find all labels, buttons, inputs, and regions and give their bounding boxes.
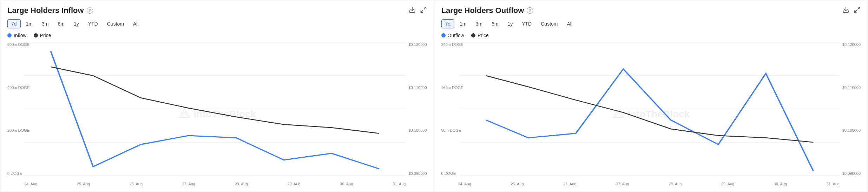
time-buttons-inflow: 7d 1m 3m 6m 1y YTD Custom All xyxy=(7,19,427,28)
panel-header-outflow: Large Holders Outflow ? xyxy=(441,6,861,15)
y-label-r-outflow-1: $0.110000 xyxy=(842,85,861,90)
inflow-panel: Large Holders Inflow ? 7d xyxy=(0,0,434,192)
help-icon-outflow[interactable]: ? xyxy=(527,7,533,14)
svg-line-1 xyxy=(424,7,426,9)
chart-area-outflow: 240m DOGE 160m DOGE 80m DOGE 0 DOGE $0.1… xyxy=(441,42,861,186)
svg-line-11 xyxy=(858,7,860,9)
x-label-outflow-5: 29. Aug xyxy=(721,182,734,186)
y-axis-right-inflow: $0.120000 $0.110000 $0.100000 $0.090000 xyxy=(407,42,427,176)
x-label-inflow-2: 26. Aug xyxy=(130,182,143,186)
time-btn-ytd-outflow[interactable]: YTD xyxy=(518,19,535,28)
legend-item-outflow: Outflow xyxy=(441,33,464,38)
panel-actions-outflow xyxy=(842,6,861,15)
y-label-r-outflow-3: $0.090000 xyxy=(842,171,861,176)
y-label-r-outflow-2: $0.100000 xyxy=(842,128,861,132)
outflow-title-text: Large Holders Outflow xyxy=(441,6,524,15)
legend-dot-price-outflow xyxy=(471,33,475,37)
x-label-inflow-7: 31. Aug xyxy=(393,182,406,186)
time-btn-6m-inflow[interactable]: 6m xyxy=(54,19,68,28)
y-label-r-outflow-0: $0.120000 xyxy=(842,42,861,47)
legend-item-price-inflow: Price xyxy=(34,33,51,38)
expand-icon-inflow[interactable] xyxy=(420,6,427,15)
time-btn-7d-inflow[interactable]: 7d xyxy=(7,19,21,28)
x-label-outflow-6: 30. Aug xyxy=(774,182,787,186)
inflow-title-text: Large Holders Inflow xyxy=(7,6,84,15)
y-label-r-inflow-1: $0.110000 xyxy=(409,85,427,90)
time-btn-3m-outflow[interactable]: 3m xyxy=(472,19,486,28)
x-label-inflow-0: 24. Aug xyxy=(24,182,37,186)
legend-label-price-outflow: Price xyxy=(478,33,489,38)
x-label-outflow-7: 31. Aug xyxy=(827,182,840,186)
time-btn-custom-outflow[interactable]: Custom xyxy=(537,19,561,28)
chart-area-inflow: 600m DOGE 400m DOGE 200m DOGE 0 DOGE $0.… xyxy=(7,42,427,186)
download-icon-inflow[interactable] xyxy=(409,6,416,15)
y-label-r-inflow-0: $0.120000 xyxy=(409,42,427,47)
x-label-outflow-2: 26. Aug xyxy=(563,182,576,186)
download-icon-outflow[interactable] xyxy=(842,6,849,15)
time-btn-3m-inflow[interactable]: 3m xyxy=(38,19,52,28)
x-label-outflow-0: 24. Aug xyxy=(458,182,471,186)
legend-item-inflow: Inflow xyxy=(7,33,27,38)
panel-title-outflow: Large Holders Outflow ? xyxy=(441,6,533,15)
chart-svg-inflow xyxy=(24,42,406,176)
x-axis-outflow: 24. Aug 25. Aug 26. Aug 27. Aug 28. Aug … xyxy=(458,182,840,186)
time-btn-1m-outflow[interactable]: 1m xyxy=(456,19,470,28)
y-axis-right-outflow: $0.120000 $0.110000 $0.100000 $0.090000 xyxy=(841,42,861,176)
legend-dot-price-inflow xyxy=(34,33,38,37)
x-label-outflow-4: 28. Aug xyxy=(669,182,682,186)
x-axis-inflow: 24. Aug 25. Aug 26. Aug 27. Aug 28. Aug … xyxy=(24,182,406,186)
time-btn-ytd-inflow[interactable]: YTD xyxy=(84,19,102,28)
x-label-inflow-1: 25. Aug xyxy=(77,182,90,186)
legend-outflow: Outflow Price xyxy=(441,33,861,38)
time-btn-all-inflow[interactable]: All xyxy=(129,19,143,28)
svg-line-12 xyxy=(855,10,857,12)
time-btn-1y-inflow[interactable]: 1y xyxy=(70,19,83,28)
panel-title-inflow: Large Holders Inflow ? xyxy=(7,6,93,15)
expand-icon-outflow[interactable] xyxy=(854,6,861,15)
time-btn-6m-outflow[interactable]: 6m xyxy=(488,19,502,28)
x-label-inflow-6: 30. Aug xyxy=(340,182,353,186)
time-btn-7d-outflow[interactable]: 7d xyxy=(441,19,455,28)
panel-actions-inflow xyxy=(409,6,427,15)
legend-label-inflow: Inflow xyxy=(14,33,27,38)
time-btn-custom-inflow[interactable]: Custom xyxy=(103,19,128,28)
y-label-r-inflow-3: $0.090000 xyxy=(409,171,427,176)
outflow-panel: Large Holders Outflow ? 7d xyxy=(434,0,868,192)
time-buttons-outflow: 7d 1m 3m 6m 1y YTD Custom All xyxy=(441,19,861,28)
chart-svg-outflow xyxy=(460,42,840,176)
legend-inflow: Inflow Price xyxy=(7,33,427,38)
legend-dot-outflow xyxy=(441,33,446,37)
x-label-inflow-5: 29. Aug xyxy=(287,182,300,186)
time-btn-1y-outflow[interactable]: 1y xyxy=(504,19,517,28)
legend-item-price-outflow: Price xyxy=(471,33,489,38)
time-btn-all-outflow[interactable]: All xyxy=(563,19,576,28)
x-label-outflow-3: 27. Aug xyxy=(616,182,629,186)
x-label-inflow-3: 27. Aug xyxy=(182,182,195,186)
panel-header-inflow: Large Holders Inflow ? xyxy=(7,6,427,15)
x-label-outflow-1: 25. Aug xyxy=(511,182,524,186)
legend-dot-inflow xyxy=(7,33,12,37)
legend-label-price-inflow: Price xyxy=(40,33,51,38)
svg-line-2 xyxy=(421,10,423,12)
help-icon-inflow[interactable]: ? xyxy=(87,7,93,14)
y-label-r-inflow-2: $0.100000 xyxy=(409,128,427,132)
legend-label-outflow: Outflow xyxy=(448,33,464,38)
x-label-inflow-4: 28. Aug xyxy=(235,182,248,186)
time-btn-1m-inflow[interactable]: 1m xyxy=(22,19,37,28)
